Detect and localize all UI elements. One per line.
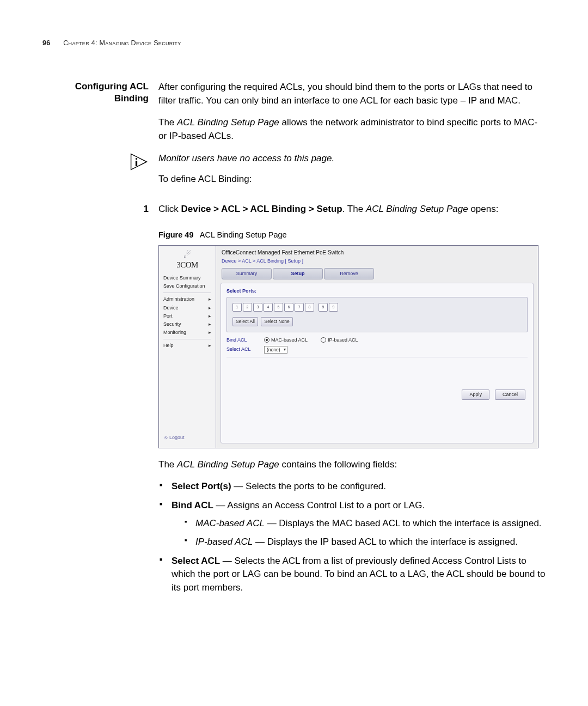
sidebar: ☄ 3COM Device Summary Save Configuration… bbox=[159, 246, 216, 448]
select-acl-dropdown[interactable]: (none) bbox=[264, 346, 287, 354]
chapter-title: Chapter 4: Managing Device Security bbox=[63, 39, 181, 47]
tab-summary[interactable]: Summary bbox=[222, 268, 272, 279]
sidebar-item-monitoring[interactable]: Monitoring▸ bbox=[163, 328, 211, 337]
sub-bullet-mac: MAC-based ACL — Displays the MAC based A… bbox=[185, 517, 547, 531]
brand-logo: ☄ 3COM bbox=[159, 248, 216, 275]
contains-line: The ACL Binding Setup Page contains the … bbox=[158, 458, 547, 472]
breadcrumb: Device > ACL > ACL Binding [ Setup ] bbox=[216, 258, 538, 268]
port-8[interactable]: 8 bbox=[305, 303, 314, 312]
sub-bullet-ip: IP-based ACL — Displays the IP based ACL… bbox=[185, 535, 547, 549]
sidebar-item-device[interactable]: Device▸ bbox=[163, 304, 211, 312]
intro-paragraph: After configuring the required ACLs, you… bbox=[158, 81, 547, 107]
port-7[interactable]: 7 bbox=[295, 303, 304, 312]
define-line: To define ACL Binding: bbox=[158, 173, 547, 186]
logout-icon: ⎋ bbox=[164, 434, 167, 441]
sidebar-item-save-config[interactable]: Save Configuration bbox=[163, 282, 211, 290]
select-acl-label: Select ACL bbox=[226, 346, 256, 353]
page-number: 96 bbox=[42, 39, 51, 47]
sidebar-item-administration[interactable]: Administration▸ bbox=[163, 295, 211, 303]
tab-remove[interactable]: Remove bbox=[324, 268, 374, 279]
port-6[interactable]: 6 bbox=[284, 303, 293, 312]
port-3[interactable]: 3 bbox=[253, 303, 262, 312]
field-list: Select Port(s) — Selects the ports to be… bbox=[158, 480, 547, 594]
select-none-button[interactable]: Select None bbox=[261, 317, 292, 326]
select-all-button[interactable]: Select All bbox=[232, 317, 258, 326]
product-title: OfficeConnect Managed Fast Ethernet PoE … bbox=[216, 246, 538, 258]
step-number: 1 bbox=[42, 203, 158, 216]
radio-ip-based[interactable]: IP-based ACL bbox=[321, 337, 358, 344]
port-selector[interactable]: 1 2 3 4 5 6 7 8 9 9 bbox=[232, 303, 522, 312]
logout-button[interactable]: ⎋Logout bbox=[159, 429, 216, 448]
globe-icon: ☄ bbox=[183, 251, 191, 259]
bullet-select-ports: Select Port(s) — Selects the ports to be… bbox=[158, 480, 547, 494]
sidebar-item-help[interactable]: Help▸ bbox=[163, 342, 211, 350]
port-9a[interactable]: 9 bbox=[318, 303, 328, 312]
select-ports-label: Select Ports: bbox=[226, 288, 528, 295]
note-text: Monitor users have no access to this pag… bbox=[158, 152, 547, 166]
screenshot: ☄ 3COM Device Summary Save Configuration… bbox=[158, 245, 538, 448]
bullet-bind-acl: Bind ACL — Assigns an Access Control Lis… bbox=[158, 499, 547, 549]
step-1-text: Click Device > ACL > ACL Binding > Setup… bbox=[158, 203, 547, 216]
svg-point-1 bbox=[136, 158, 137, 160]
svg-rect-2 bbox=[136, 161, 137, 166]
sidebar-item-device-summary[interactable]: Device Summary bbox=[163, 274, 211, 282]
setup-panel: Select Ports: 1 2 3 4 5 6 7 8 9 bbox=[220, 283, 534, 443]
port-1[interactable]: 1 bbox=[232, 303, 242, 312]
cancel-button[interactable]: Cancel bbox=[495, 389, 525, 400]
sidebar-item-security[interactable]: Security▸ bbox=[163, 320, 211, 328]
svg-marker-0 bbox=[131, 154, 147, 169]
section-title: Configuring ACL Binding bbox=[42, 81, 149, 105]
tab-setup[interactable]: Setup bbox=[273, 268, 323, 279]
port-9b[interactable]: 9 bbox=[329, 303, 338, 312]
radio-mac-based[interactable]: MAC-based ACL bbox=[264, 337, 308, 344]
apply-button[interactable]: Apply bbox=[462, 389, 489, 400]
figure-caption: Figure 49 ACL Binding Setup Page bbox=[158, 229, 547, 241]
bullet-select-acl: Select ACL — Selects the ACL from a list… bbox=[158, 555, 547, 595]
info-icon bbox=[42, 152, 158, 172]
port-5[interactable]: 5 bbox=[274, 303, 283, 312]
page-header: 96 Chapter 4: Managing Device Security bbox=[42, 38, 547, 48]
port-4[interactable]: 4 bbox=[264, 303, 273, 312]
paragraph-2: The ACL Binding Setup Page allows the ne… bbox=[158, 116, 547, 143]
bind-acl-label: Bind ACL bbox=[226, 337, 256, 344]
sidebar-item-port[interactable]: Port▸ bbox=[163, 312, 211, 320]
port-2[interactable]: 2 bbox=[243, 303, 252, 312]
